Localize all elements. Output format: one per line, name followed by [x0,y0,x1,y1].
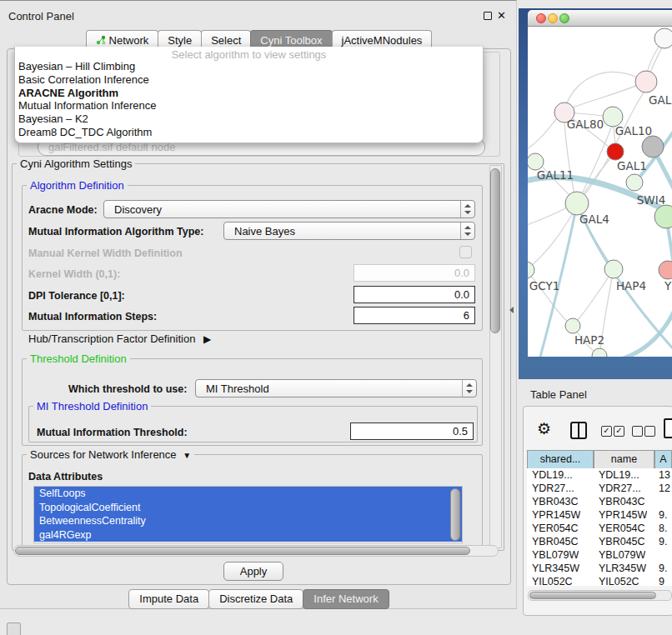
table-row[interactable]: YDR27...YDR27...12 [527,482,672,495]
table-hscrollbar-thumb[interactable] [529,592,656,599]
table-row[interactable]: YBR045CYBR045C9. [527,535,672,548]
which-threshold-label: Which threshold to use: [68,383,187,395]
algorithm-option-mutual-information-inference[interactable]: Mutual Information Inference [15,99,483,112]
aracne-mode-select[interactable]: Discovery [103,200,475,218]
manual-kernel-checkbox[interactable] [459,246,472,258]
mi-algorithm-select[interactable]: Naive Bayes [223,222,475,240]
minimized-panel-button[interactable] [7,622,21,635]
network-edge[interactable] [528,208,567,227]
table-cell: 13 [659,468,670,482]
algorithm-option-dream8-dc-tdc-algorithm[interactable]: Dream8 DC_TDC Algorithm [15,126,483,139]
expand-down-arrow-icon: ▼ [183,451,191,460]
gear-icon[interactable]: ⚙ [537,419,551,438]
table-row[interactable]: YER054CYER054C8. [527,522,672,535]
settings-scrollbar-thumb[interactable] [490,168,500,333]
table-body: YDL19...YDL19...13YDR27...YDR27...12YBR0… [527,468,672,586]
float-window-icon[interactable] [484,12,492,20]
node-salmon[interactable] [659,261,672,279]
network-edge-highlighted[interactable] [618,302,672,357]
hide-all-columns-icon[interactable] [644,426,655,437]
table-cell: YIL052C [599,575,639,586]
apply-button[interactable]: Apply [223,562,283,581]
algorithm-option-basic-correlation-inference[interactable]: Basic Correlation Inference [15,73,483,87]
attribute-item-betweennesscentrality[interactable]: BetweennessCentrality [34,514,462,528]
network-edge[interactable] [577,126,612,203]
node-gray[interactable] [642,136,664,158]
spinner-arrows-icon [460,222,474,239]
table-cell: YDR27... [532,482,574,495]
node-hap4-label: HAP4 [616,279,646,292]
table-cell: YBL079W [599,548,645,562]
tab-discretize-data[interactable]: Discretize Data [208,589,303,609]
sources-title[interactable]: Sources for Network Inference ▼ [27,448,194,461]
column-header-name[interactable]: name [594,450,654,469]
table-cell: YDL19... [599,468,639,482]
network-edge[interactable] [528,118,557,152]
control-panel-title: Control Panel [8,10,74,22]
expand-right-arrow-icon: ▶ [203,333,211,345]
tab-infer-network[interactable]: Infer Network [303,589,389,609]
node-gal1[interactable] [607,143,624,160]
spinner-arrows-icon [460,201,474,218]
network-edge[interactable] [564,122,577,203]
kernel-width-input[interactable]: 0.0 [354,264,475,282]
algorithm-option-bayesian-hill-climbing[interactable]: Bayesian – Hill Climbing [15,60,483,73]
which-threshold-value: MI Threshold [206,382,269,395]
attribute-item-selfloops[interactable]: SelfLoops [34,487,462,501]
table-cell: YBR043C [599,495,645,508]
node-swi4[interactable] [626,174,643,191]
attribute-item-topologicalcoefficient[interactable]: TopologicalCoefficient [34,501,462,515]
hub-definition-toggle[interactable]: Hub/Transcription Factor Definition ▶ [28,332,211,345]
table-row[interactable]: YPR145WYPR145W9. [527,508,672,522]
mac-close-icon[interactable] [536,13,546,23]
column-header-shared[interactable]: shared... [527,450,594,469]
network-edge[interactable] [566,72,646,105]
node-bottom[interactable] [592,348,607,357]
node-gal4[interactable] [565,192,589,215]
table-row[interactable]: YBL079WYBL079W [527,548,672,562]
mac-minimize-icon[interactable] [548,13,558,23]
mi-algorithm-value: Naive Bayes [234,225,295,238]
splitter-collapse-icon[interactable] [509,307,514,313]
close-icon[interactable]: ✕ [497,9,506,22]
network-canvas[interactable]: GALGAL80GAL10GAL1SWI4GAL11GAL4GCY1HAP4YH… [528,27,672,357]
attribute-item-gal4rgexp[interactable]: gal4RGexp [34,528,462,542]
attribute-list-scrollbar-thumb[interactable] [450,488,460,541]
table-cell: 9. [659,562,667,575]
table-cell: 9. [659,508,667,522]
table-row[interactable]: YDL19...YDL19...13 [527,468,672,482]
node-gal11[interactable] [528,153,544,170]
kernel-width-label: Kernel Width (0,1): [28,268,120,280]
network-edge[interactable] [571,82,646,108]
table-row[interactable]: YBR043CYBR043C [527,495,672,508]
table-row[interactable]: YLR345WYLR345W9. [527,562,672,575]
settings-hscrollbar-thumb[interactable] [15,547,470,555]
dpi-tolerance-input[interactable]: 0.0 [354,286,475,303]
table-row[interactable]: YIL052CYIL052C9 [527,575,672,586]
node-hap4[interactable] [604,260,623,278]
algorithm-option-bayesian-k2[interactable]: Bayesian – K2 [15,112,483,126]
export-table-icon[interactable] [664,418,672,438]
node-top[interactable] [654,28,672,48]
threshold-definition-title: Threshold Definition [27,352,130,365]
node-hap2[interactable] [565,318,580,333]
mi-steps-input[interactable]: 6 [354,307,475,324]
mi-threshold-input[interactable]: 0.5 [350,422,474,440]
cyni-settings-title: Cyni Algorithm Settings [17,158,135,170]
algorithm-option-aracne-algorithm[interactable]: ARACNE Algorithm [15,87,483,100]
table-cell: YDR27... [599,482,641,495]
hide-all-columns-icon[interactable] [632,426,643,437]
columns-icon[interactable] [570,422,587,439]
node-gal4-label: GAL4 [579,212,609,226]
which-threshold-select[interactable]: MI Threshold [195,379,477,398]
node-gal2-label: GAL [649,93,672,107]
column-header-a[interactable]: A [654,450,672,469]
node-gal2[interactable] [635,71,657,92]
node-salmon-label: Y [664,279,672,292]
manual-kernel-label: Manual Kernel Width Definition [28,248,183,259]
tab-impute-data[interactable]: Impute Data [128,589,209,609]
show-all-columns-icon[interactable]: ✓ [601,426,612,437]
show-all-columns-icon[interactable]: ✓ [614,426,624,437]
table-cell: 12 [659,482,670,495]
mac-zoom-icon[interactable] [559,13,569,23]
